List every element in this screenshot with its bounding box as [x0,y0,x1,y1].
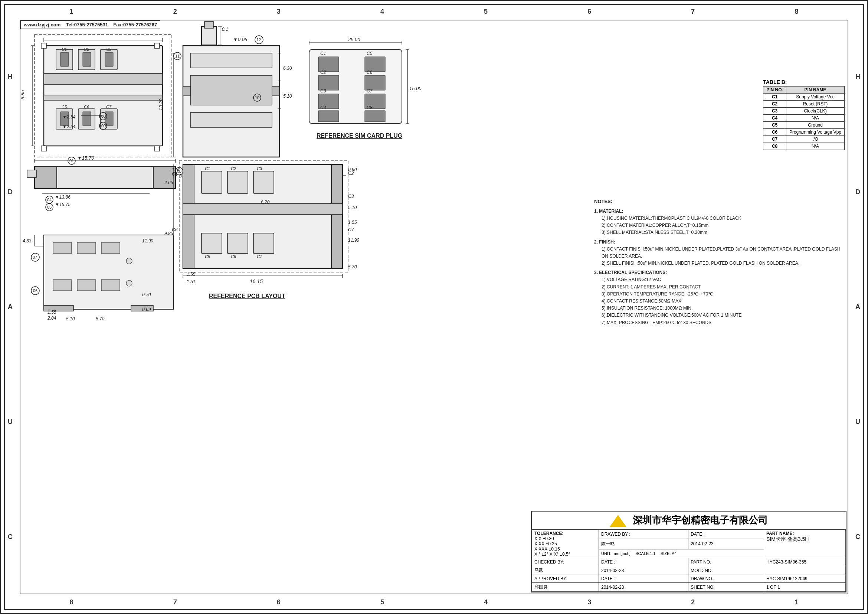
svg-text:11.90: 11.90 [142,238,153,243]
notes-section-item-text: 7).MAX. PROCESSING TEMP:260℃ for 30 SECO… [594,319,846,326]
sheet-no-label: SHEET NO. [691,585,715,590]
tolerance-xxx: X.XX ±0.25 [535,541,596,546]
mold-no-label: MOLD NO. [691,568,713,573]
title-block-table: TOLERANCE: X.X ±0.30 X.XX ±0.25 X.XXX ±0… [532,529,846,592]
svg-rect-158 [332,164,343,268]
notes-section-label: 2. FINISH: [594,239,846,246]
draw-no-value: HYC-SIM196122049 [766,576,808,581]
draw-no-label: DRAW NO. [691,576,713,581]
svg-rect-46 [27,170,36,177]
notes-section-item: 2. FINISH: 1).CONTACT FINISH:50u" MIN.NI… [594,239,846,267]
table-b-pin-name: Clock(CLK) [786,108,844,115]
svg-rect-68 [101,242,120,254]
tolerance-xx: X.X ±0.30 [535,536,596,541]
tolerance-xxxx: X.XXX ±0.15 [535,546,596,552]
checked-by-value: 马跃 [535,567,543,573]
svg-text:25.00: 25.00 [348,37,360,42]
checked-by-label: CHECKED BY: [535,560,564,564]
part-no-value: HYC243-SIM06-355 [766,560,806,564]
svg-rect-121 [318,75,339,90]
svg-text:08: 08 [101,114,106,118]
part-name-label: PART NAME: [766,531,843,536]
sheet-no-value: 1 OF 1 [766,585,780,590]
svg-text:5.10: 5.10 [66,316,75,321]
company-logo-icon [610,515,626,527]
notes-section-label: 3. ELECTRICAL SPECIFICATIONS: [594,269,846,276]
page: 1 2 3 4 5 6 7 8 8 7 6 5 4 3 2 1 H D A U … [0,0,868,614]
drawed-by-label: DRAWED BY : [601,532,631,537]
table-b-pin-name: I/O [786,136,844,143]
tolerance-angle: X.° ±2° X.X° ±0.5° [535,552,596,557]
svg-rect-67 [77,242,96,254]
svg-text:1.55: 1.55 [187,272,195,277]
svg-text:C2: C2 [231,166,236,171]
table-b-pin-no: C8 [763,143,786,150]
part-name-value: SIM卡座 叠高3.5H [766,536,843,543]
svg-text:06: 06 [33,288,37,293]
table-b-col-name: PIN NAME [786,87,844,93]
svg-rect-165 [183,203,343,215]
svg-text:C8: C8 [367,105,373,110]
svg-text:C7: C7 [257,254,262,259]
svg-text:11: 11 [175,54,180,58]
svg-text:5.10: 5.10 [283,93,292,99]
size-label: SIZE: A4 [660,551,676,556]
svg-text:REFERENCE PCB LAYOUT: REFERENCE PCB LAYOUT [209,293,285,299]
svg-text:5.70: 5.70 [96,316,105,321]
svg-rect-95 [191,53,272,68]
unit-label: UNIT: mm [Inch] [601,551,631,556]
svg-text:▼15.70: ▼15.70 [77,155,94,161]
date-label-2: DATE : [601,560,615,564]
svg-rect-44 [34,166,57,189]
svg-text:15.00: 15.00 [409,86,422,91]
svg-text:C6: C6 [84,105,90,109]
svg-text:C1: C1 [62,47,67,51]
approved-by-label: APPROVED BY: [535,576,567,581]
notes-section-item-text: 4).CONTACT RESISTANCE:60MΩ MAX. [594,298,846,305]
svg-rect-152 [228,233,248,254]
svg-text:C2: C2 [320,70,326,75]
svg-text:16.15: 16.15 [250,278,263,284]
svg-point-72 [126,258,132,264]
svg-text:04: 04 [47,197,51,202]
svg-rect-120 [365,57,385,71]
svg-text:C3: C3 [320,88,326,93]
svg-text:9.85: 9.85 [164,231,173,236]
notes-section-item: 1. MATERIAL: 1).HOUSING MATERIAL:THERMOP… [594,208,846,236]
svg-text:▼0.05: ▼0.05 [233,37,248,42]
svg-text:▼2.54: ▼2.54 [62,114,76,119]
svg-text:C1: C1 [205,166,210,171]
table-b-pin-no: C7 [763,136,786,143]
notes-title: NOTES: [594,198,846,206]
notes-section-item-text: 2).CURRENT: 1 AMPERES MAX. PER CONTACT [594,284,846,291]
svg-text:C5: C5 [62,105,67,109]
svg-rect-98 [183,87,191,96]
svg-text:0.90: 0.90 [348,167,357,172]
svg-text:C5: C5 [367,51,373,56]
svg-text:C1: C1 [320,51,326,56]
svg-rect-147 [253,171,274,194]
title-block: 深圳市华宇创精密电子有限公司 TOLERANCE: X.X ±0.30 X.XX… [531,511,846,592]
svg-point-73 [126,280,132,286]
svg-text:10: 10 [255,95,259,100]
notes-content: 1. MATERIAL: 1).HOUSING MATERIAL:THERMOP… [594,208,846,326]
svg-text:6.30: 6.30 [283,66,292,71]
svg-rect-99 [272,87,279,96]
svg-rect-6 [83,52,91,67]
notes-section: NOTES: 1. MATERIAL: 1).HOUSING MATERIAL:… [594,198,846,329]
date-approved: 2014-02-23 [601,585,624,590]
svg-rect-122 [365,75,385,90]
notes-section-label: 1. MATERIAL: [594,208,846,215]
drawed-by-value: 陈一鸣 [601,541,615,546]
notes-section-item-text: 1).VOLTAGE RATING:12 VAC [594,276,846,283]
table-b-title: TABLE B: [763,79,845,85]
svg-text:▼15.75: ▼15.75 [55,202,71,207]
date-checked: 2014-02-23 [601,568,624,573]
table-b: TABLE B: PIN NO. PIN NAME C1Supply Volta… [763,79,845,150]
svg-rect-24 [41,146,46,151]
notes-section-item: 3. ELECTRICAL SPECIFICATIONS: 1).VOLTAGE… [594,269,846,326]
table-b-pin-no: C4 [763,115,786,122]
svg-text:C7: C7 [367,88,373,93]
svg-rect-119 [318,57,339,71]
svg-text:5.70: 5.70 [348,264,357,270]
